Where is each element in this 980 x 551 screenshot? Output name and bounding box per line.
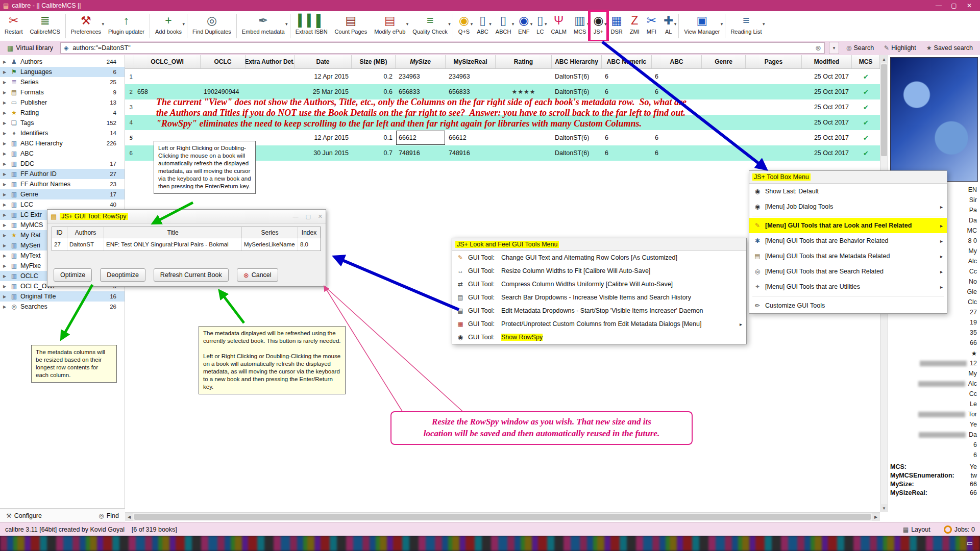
dropdown-arrow-icon[interactable]: ▾: [530, 21, 533, 27]
cell-modified[interactable]: 25 Oct 2017: [802, 145, 852, 161]
menu-item-compress-column-widths-uniformly-calibre-will-auto-save[interactable]: ⇄GUI Tool:Compress Column Widths Uniform…: [452, 278, 746, 291]
dropdown-arrow-icon[interactable]: ▾: [471, 21, 473, 27]
cell-extra-author-det[interactable]: [246, 69, 295, 84]
cell-abc-numeric[interactable]: 6: [602, 69, 652, 84]
rowspy-close-button[interactable]: ✕: [318, 213, 323, 220]
expander-icon[interactable]: ▶: [3, 182, 8, 187]
sidebar-item-languages[interactable]: ▶⚑Languages6: [0, 67, 125, 77]
horizontal-scroll-thumb[interactable]: [134, 514, 871, 520]
menu-item-menu-gui-tools-that-are-behavior-related[interactable]: ✱[Menu] GUI Tools that are Behavior Rela…: [749, 233, 947, 248]
cell-mcs[interactable]: ✔: [852, 115, 880, 130]
search-field[interactable]: ◈ ⊗: [60, 42, 825, 54]
cell-abc[interactable]: 6: [652, 69, 702, 84]
cell-mcs[interactable]: ✔: [852, 130, 880, 145]
cell-rating[interactable]: [496, 69, 552, 84]
dropdown-arrow-icon[interactable]: ▾: [604, 21, 607, 27]
cell-date[interactable]: 12 Apr 2015: [295, 69, 352, 84]
cell-modified[interactable]: 25 Oct 2017: [802, 115, 852, 130]
cell-pages[interactable]: [746, 145, 802, 161]
cell-mysize[interactable]: 66612: [396, 130, 446, 145]
menu-item-menu-gui-tools-that-are-look-and-feel-related[interactable]: ✎[Menu] GUI Tools that are Look and Feel…: [749, 218, 947, 233]
cell-date[interactable]: 12 Apr 2015: [295, 130, 352, 145]
toolbar-button-quality-check[interactable]: ≡▾Quality Check: [409, 11, 451, 41]
toolbar-button-extract-isbn[interactable]: ▍▍▌Extract ISBN: [292, 11, 331, 41]
dropdown-arrow-icon[interactable]: ▾: [512, 21, 514, 27]
cell-mcs[interactable]: ✔: [852, 99, 880, 115]
cell-abc-hierarchy[interactable]: DaltonST(6): [552, 145, 602, 161]
search-dropdown-arrow[interactable]: ▾: [829, 42, 839, 54]
sidebar-item-lcc[interactable]: ▶▥LCC40: [0, 199, 125, 210]
toolbar-button-calibremcs[interactable]: ≣CalibreMCS: [26, 11, 63, 41]
taskbar-chat-icon[interactable]: ▭: [967, 539, 973, 547]
cell-rating[interactable]: [496, 130, 552, 145]
cell-abc[interactable]: 6: [652, 130, 702, 145]
sidebar-item-searches[interactable]: ▶◎Searches26: [0, 302, 125, 312]
book-row[interactable]: 112 Apr 20150.2234963234963DaltonST(6)66…: [125, 69, 880, 84]
menu-item-protect-unprotect-custom-columns-from-edit-metadata-dialogs-menu[interactable]: ▦GUI Tool:Protect/Unprotect Custom Colum…: [452, 317, 746, 331]
cell-mcs[interactable]: ✔: [852, 145, 880, 161]
menu-item-menu-gui-tools-that-are-search-related[interactable]: ◎[Menu] GUI Tools that are Search Relate…: [749, 264, 947, 279]
header-cell-extra-author-det[interactable]: Extra Author Det.: [246, 55, 295, 68]
minimize-button[interactable]: —: [931, 2, 946, 9]
header-cell-oclc-owi[interactable]: OCLC_OWI: [134, 55, 201, 68]
rowspy-table-row[interactable]: 27DaltonSTENF: Test ONLY Singural:Plural…: [52, 238, 321, 251]
clear-search-icon[interactable]: ⊗: [815, 44, 821, 52]
cell-pages[interactable]: [746, 69, 802, 84]
toolbar-button-enf[interactable]: ◉▾ENF: [514, 11, 533, 41]
expander-icon[interactable]: ▶: [3, 254, 8, 258]
expander-icon[interactable]: ▶: [3, 223, 8, 228]
toolbar-button-al[interactable]: ✚▾AL: [660, 11, 677, 41]
toolbar-button-q-s[interactable]: ◉▾Q+S: [455, 11, 473, 41]
sidebar-item-tags[interactable]: ▶❏Tags152: [0, 118, 125, 128]
deoptimize-button[interactable]: Deoptimize: [100, 268, 145, 282]
toolbar-button-mcs[interactable]: ▥▾MCS: [570, 11, 590, 41]
menu-item-search-bar-dropdowns-increase-visible-items-and-search-history[interactable]: ▤GUI Tool:Search Bar Dropdowns - Increas…: [452, 291, 746, 304]
cell-genre[interactable]: [702, 99, 746, 115]
cell-abc-hierarchy[interactable]: DaltonST(6): [552, 130, 602, 145]
expander-icon[interactable]: ▶: [3, 305, 8, 309]
cell-mysize[interactable]: 748916: [396, 145, 446, 161]
cell-mysizereal[interactable]: 234963: [446, 69, 496, 84]
toolbar-button-reading-list[interactable]: ≡▾Reading List: [727, 11, 765, 41]
expander-icon[interactable]: ▶: [3, 131, 8, 136]
expander-icon[interactable]: ▶: [3, 70, 8, 74]
toolbar-button-modify-epub[interactable]: ▤▾Modify ePub: [371, 11, 409, 41]
toolbar-button-embed-metadata[interactable]: ✒▾Embed metadata: [238, 11, 288, 41]
menu-item-menu-gui-tools-that-are-metadata-related[interactable]: ▤[Menu] GUI Tools that are Metadata Rela…: [749, 248, 947, 264]
optimize-button[interactable]: Optimize: [54, 268, 92, 282]
cell-pages[interactable]: [746, 130, 802, 145]
sidebar-item-ff-author-id[interactable]: ▶▥FF Author ID27: [0, 169, 125, 179]
cell-abc-numeric[interactable]: 6: [602, 145, 652, 161]
cell-genre[interactable]: [702, 130, 746, 145]
sidebar-item-ff-author-names[interactable]: ▶▥FF Author Names23: [0, 179, 125, 189]
toolbar-button-find-duplicates[interactable]: ◎Find Duplicates: [189, 11, 235, 41]
cell-mcs[interactable]: ✔: [852, 84, 880, 99]
cell-row-number[interactable]: 2: [125, 84, 134, 99]
header-cell-date[interactable]: Date: [295, 55, 352, 68]
header-cell-size-mb[interactable]: Size (MB): [352, 55, 396, 68]
expander-icon[interactable]: ▶: [3, 80, 8, 85]
header-cell-rating[interactable]: Rating: [496, 55, 552, 68]
scroll-right-icon[interactable]: ▶: [872, 513, 880, 521]
expander-icon[interactable]: ▶: [3, 192, 8, 197]
toolbar-button-lc[interactable]: ▯▾LC: [533, 11, 547, 41]
header-cell-abc[interactable]: ABC: [652, 55, 702, 68]
rowspy-maximize-button[interactable]: ▢: [305, 213, 310, 220]
sidebar-item-publisher[interactable]: ▶▭Publisher13: [0, 97, 125, 108]
toolbar-button-preferences[interactable]: ⚒▾Preferences: [67, 11, 105, 41]
cancel-button[interactable]: ⊗Cancel: [237, 268, 278, 282]
header-cell-mysizereal[interactable]: MySizeReal: [446, 55, 496, 68]
rowspy-titlebar[interactable]: ▤ JS+ GUI Tool: RowSpy —▢✕: [47, 210, 326, 223]
cell-genre[interactable]: [702, 145, 746, 161]
scroll-up-icon[interactable]: ▲: [880, 55, 888, 63]
cell-pages[interactable]: [746, 115, 802, 130]
sidebar-item-abc-hierarchy[interactable]: ▶▥ABC Hierarchy226: [0, 138, 125, 148]
find-button[interactable]: ◎ Find: [99, 512, 119, 519]
menu-item-customize-gui-tools[interactable]: ✏Customize GUI Tools: [749, 298, 947, 313]
dropdown-arrow-icon[interactable]: ▾: [102, 21, 105, 27]
menu-item-show-last-default[interactable]: ◉Show Last: Default: [749, 184, 947, 199]
cell-oclc[interactable]: [201, 69, 246, 84]
sidebar-item-abc[interactable]: ▶▥ABC: [0, 148, 125, 159]
menu-item-resize-column-widths-to-fit-calibre-will-auto-save[interactable]: ↔GUI Tool:Resize Column Widths to Fit [C…: [452, 264, 746, 278]
cell-abc[interactable]: 6: [652, 145, 702, 161]
